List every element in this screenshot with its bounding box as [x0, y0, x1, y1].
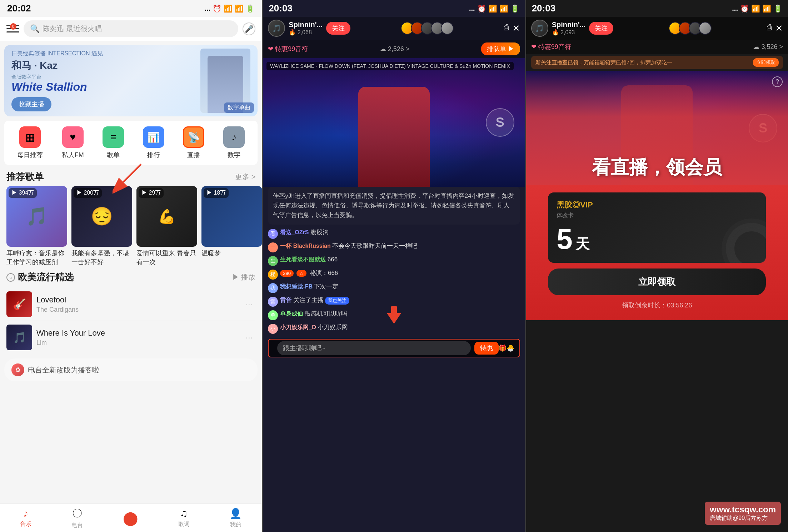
search-bar[interactable]: 🔍 陈奕迅 最近很火唱 — [24, 20, 238, 37]
spinnin-logo: S — [486, 108, 514, 137]
playlist-name-2: 爱情可以重来 青春只有一次 — [136, 249, 197, 267]
claim-button[interactable]: 立即领取 — [548, 268, 766, 295]
nav-music[interactable]: ♪ 音乐 — [20, 508, 31, 528]
action-daily[interactable]: ▦ 每日推荐 — [17, 126, 43, 159]
lyrics-nav-icon: ♫ — [180, 508, 188, 519]
song-artist-0: The Cardigans — [36, 306, 238, 313]
action-rank-icon: 📊 — [143, 126, 164, 148]
eu-section-header: ○ 欧美流行精选 ▶ 播放 — [6, 271, 255, 283]
action-digital[interactable]: ♪ 数字 — [223, 126, 245, 159]
streamer-name: Spinnin'... — [289, 21, 323, 29]
chat-avatar-0: 看 — [268, 229, 278, 239]
chat-text-6: 敲感机可以听吗 — [305, 310, 347, 317]
action-rank-label: 排行 — [147, 151, 160, 159]
playlist-item-2[interactable]: ▶ 29万 💪 爱情可以重来 青春只有一次 — [136, 186, 197, 267]
recommend-more[interactable]: 更多 > — [235, 172, 255, 182]
bottom-nav-p1: ♪ 音乐 〇 电台 ⬤ ♫ 歌词 👤 我的 — [0, 503, 262, 532]
chat-name-5: 雷音 — [280, 297, 291, 303]
menu-badge: 0 — [10, 23, 16, 30]
action-digital-icon: ♪ — [223, 126, 245, 148]
emoji-icon: 🐣 — [507, 344, 514, 352]
streamer-name-p3: Spinnin'... — [552, 21, 586, 29]
action-fm[interactable]: ♥ 私人FM — [62, 126, 84, 159]
nav-radio[interactable]: 〇 电台 — [71, 507, 83, 529]
action-playlist-label: 歌单 — [107, 151, 120, 159]
close-button[interactable]: ✕ — [512, 23, 520, 34]
chat-avatar-6: 单 — [268, 310, 278, 320]
playlist-item-0[interactable]: ▶ 394万 🎵 耳畔疗愈：音乐是你工作学习的减压剂 — [6, 186, 67, 267]
streamer-avatar-p3: 🎵 — [531, 20, 548, 37]
search-text: 陈奕迅 最近很火唱 — [43, 24, 102, 34]
chat-bubble-1: 一杯 BlackRussian 不会今天歌跟昨天前一天一样吧 — [280, 242, 520, 250]
top-bar-actions-p3: ⎙ ✕ — [767, 23, 783, 34]
chat-msg-0: 看 看送_OZrS 腹股沟 — [268, 228, 520, 239]
nav-lyrics[interactable]: ♫ 歌词 — [178, 508, 190, 528]
video-area-p2: S WAYLIZHCE SAME - FLOW DOWN (FEAT. JOSH… — [263, 58, 525, 187]
time-p1: 20:02 — [7, 3, 31, 14]
red-arrow-p2 — [383, 304, 405, 327]
song-artist-1: Lim — [36, 339, 238, 347]
card-days: 5 天 — [557, 223, 757, 256]
nav-profile[interactable]: 👤 我的 — [229, 508, 242, 528]
chat-name-4: 我想睡觉-FB — [280, 283, 313, 290]
toast-text: 电台全新改版为播客啦 — [28, 365, 99, 375]
chat-text-7: 小刀娱乐网 — [318, 324, 348, 331]
action-fm-icon: ♥ — [62, 126, 84, 148]
lyrics-nav-label: 歌词 — [178, 521, 190, 528]
recommend-title: 推荐歌单 — [6, 171, 44, 183]
cloud-count[interactable]: ☁ 2,526 > — [380, 45, 410, 53]
gift-avatars — [354, 22, 500, 35]
song-item-0[interactable]: 🎸 Lovefool The Cardigans ··· — [6, 288, 255, 321]
emoji-btn[interactable]: 🐣 — [507, 344, 514, 352]
action-live-icon: 📡 — [183, 126, 204, 148]
follow-button[interactable]: 关注 — [326, 22, 350, 35]
gift-btn[interactable]: 🎁 — [499, 344, 507, 352]
center-nav-icon: ⬤ — [123, 510, 138, 526]
radio-nav-icon: 〇 — [72, 507, 82, 520]
cloud-count-p3[interactable]: ☁ 3,526 > — [753, 43, 783, 51]
chat-avatar-3: 秘 — [268, 270, 278, 280]
vip-card-area: 黑胶◎VIP 体验卡 5 天 立即领取 领取倒余时长：03:56:26 — [526, 185, 788, 320]
livestream-top-bar: 🎵 Spinnin'... 🔥 2,068 关注 ⎙ ✕ — [263, 17, 525, 40]
streamer-info: Spinnin'... 🔥 2,068 — [289, 21, 323, 36]
cast-icon[interactable]: ⎙ — [504, 23, 509, 34]
chat-input[interactable]: 跟主播聊聊吧~ — [277, 341, 470, 355]
streamer-avatar: 🎵 — [268, 20, 285, 37]
nav-center[interactable]: ⬤ — [123, 510, 138, 526]
action-playlist[interactable]: ≡ 歌单 — [103, 126, 124, 159]
mic-icon[interactable]: 🎤 — [243, 22, 255, 35]
song-more-icon-0[interactable]: ··· — [243, 299, 255, 309]
notify-btn-p3[interactable]: 立即领取 — [753, 58, 779, 67]
join-btn[interactable]: 排队单 ▶ — [481, 42, 520, 55]
close-btn-p3[interactable]: ✕ — [775, 23, 783, 34]
song-item-1[interactable]: 🎵 Where Is Your Love Lim ··· — [6, 321, 255, 354]
cast-icon-p3[interactable]: ⎙ — [767, 23, 772, 34]
chat-text-0: 腹股沟 — [310, 229, 329, 236]
quick-actions: ▦ 每日推荐 ♥ 私人FM ≡ 歌单 📊 排行 📡 直播 ♪ 数字 — [4, 121, 258, 165]
status-bar-p2: 20:03 ... ⏰ 📶 📶 🔋 — [263, 0, 525, 17]
banner-cta-btn[interactable]: 收藏主播 — [11, 97, 51, 111]
follow-btn-p3[interactable]: 关注 — [589, 22, 613, 35]
card-logo: 黑胶◎VIP — [557, 200, 757, 210]
playlist-name-0: 耳畔疗愈：音乐是你工作学习的减压剂 — [6, 249, 67, 267]
help-icon[interactable]: ? — [772, 76, 783, 87]
play-count-1: ▶ 200万 — [74, 188, 102, 198]
song-more-icon-1[interactable]: ··· — [243, 332, 255, 342]
eu-title: 欧美流行精选 — [18, 271, 74, 283]
playlist-item-3[interactable]: ▶ 18万 温暖梦 — [201, 186, 262, 267]
action-rank[interactable]: 📊 排行 — [143, 126, 164, 159]
eu-play-btn[interactable]: ▶ 播放 — [232, 272, 256, 282]
special-offer-btn[interactable]: 特惠 — [474, 342, 499, 355]
playlist-row: ▶ 394万 🎵 耳畔疗愈：音乐是你工作学习的减压剂 ▶ 200万 😔 我能有多… — [0, 186, 262, 267]
banner: 日美经典签播 INTERSECTION 遇见 和马 · Kaz 全版数字平台 W… — [4, 45, 258, 116]
status-bar-p3: 20:03 ... ⏰ 📶 📶 🔋 — [526, 0, 788, 17]
gift-avatar-4 — [441, 22, 454, 35]
play-count-0: ▶ 394万 — [9, 188, 37, 198]
eu-title-row: ○ 欧美流行精选 — [6, 271, 74, 283]
banner-artist: 和马 · Kaz — [11, 59, 200, 72]
playlist-item-1[interactable]: ▶ 200万 😔 我能有多坚强，不堪一击好不好 — [71, 186, 132, 267]
banner-text: 日美经典签播 INTERSECTION 遇见 和马 · Kaz 全版数字平台 W… — [11, 50, 200, 111]
chat-name-7: 小刀娱乐网_D — [280, 324, 316, 330]
card-subtitle: 体验卡 — [557, 212, 757, 219]
action-live[interactable]: 📡 直播 — [183, 126, 204, 159]
